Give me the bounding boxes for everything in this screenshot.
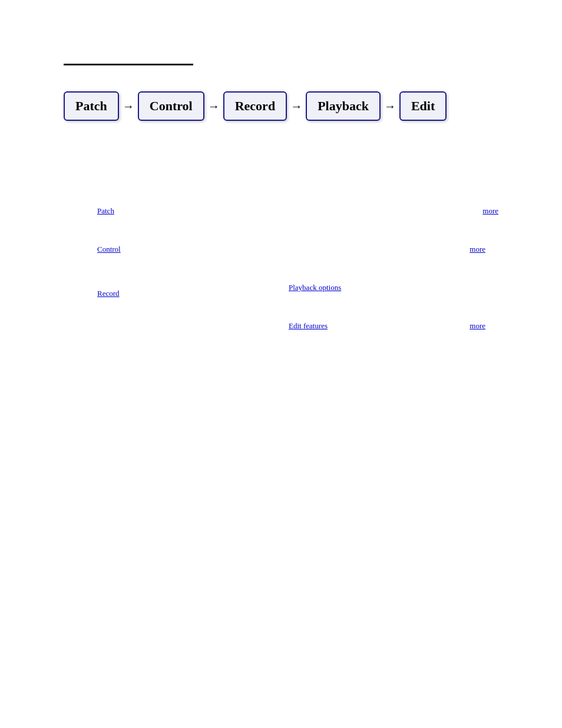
workflow-diagram: Patch → Control → Record → Playback → Ed… <box>64 91 447 121</box>
record-button[interactable]: Record <box>223 91 287 121</box>
arrow-4: → <box>384 100 396 113</box>
top-divider <box>64 64 193 65</box>
edit-button[interactable]: Edit <box>399 91 447 121</box>
arrow-3: → <box>290 100 302 113</box>
link-more-3[interactable]: more <box>470 321 485 331</box>
arrow-1: → <box>123 100 134 113</box>
link-more-1[interactable]: more <box>482 206 498 216</box>
link-control[interactable]: Control <box>97 245 121 254</box>
link-patch[interactable]: Patch <box>97 206 114 216</box>
link-more-2[interactable]: more <box>470 245 485 254</box>
arrow-2: → <box>208 100 220 113</box>
link-edit-features[interactable]: Edit features <box>289 321 328 331</box>
patch-button[interactable]: Patch <box>64 91 119 121</box>
playback-button[interactable]: Playback <box>306 91 381 121</box>
link-playback-options[interactable]: Playback options <box>289 283 341 292</box>
link-record[interactable]: Record <box>97 289 120 298</box>
control-button[interactable]: Control <box>138 91 204 121</box>
